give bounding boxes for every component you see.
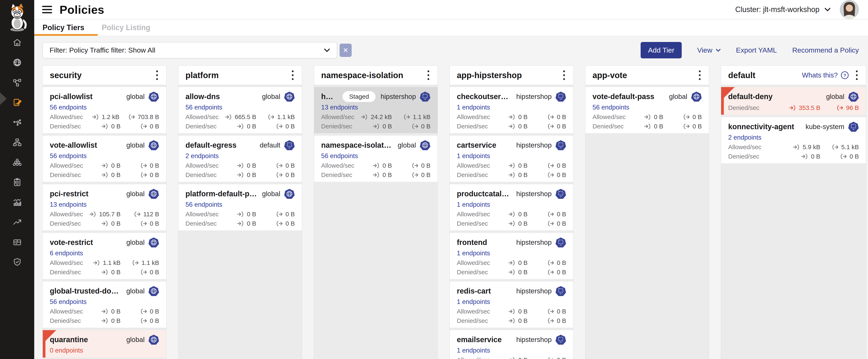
endpoints-link[interactable]: 56 endpoints: [592, 104, 629, 111]
endpoints-link[interactable]: 56 endpoints: [50, 104, 87, 111]
egress-icon: [547, 269, 554, 275]
cluster-selector[interactable]: Cluster: jlt-msft-workshop: [735, 5, 831, 14]
policy-card-hipstershop-gh[interactable]: hipstershop-gh…Stagedhipstershopns13 end…: [314, 87, 437, 133]
ingress-icon: [225, 114, 232, 120]
policy-name: redis-cart: [457, 287, 491, 296]
policy-card-namespace-isolation-default-p[interactable]: namespace-isolation-default-p…global56 e…: [314, 136, 437, 182]
policy-card-vote-default-pass[interactable]: vote-default-passglobal56 endpointsAllow…: [585, 87, 709, 133]
add-tier-button[interactable]: Add Tier: [641, 42, 682, 58]
export-yaml-button[interactable]: Export YAML: [736, 46, 777, 54]
policy-card-checkoutservice[interactable]: checkoutservicehipstershopns1 endpointsA…: [450, 87, 573, 133]
endpoints-link[interactable]: 2 endpoints: [185, 152, 219, 160]
policy-card-default-deny[interactable]: default-denyglobalDenied/sec353.5 B96 B: [721, 87, 866, 115]
namespace-scope-icon: ns: [555, 286, 566, 297]
global-scope-icon: [148, 140, 159, 150]
ingress-icon: [237, 211, 244, 217]
egress-icon: [547, 308, 554, 314]
sidebar-item-alerts[interactable]: [0, 217, 34, 227]
egress-icon: [276, 172, 283, 178]
endpoints-link[interactable]: 2 endpoints: [728, 134, 762, 141]
policy-card-platform-default-pass[interactable]: platform-default-passglobal56 endpointsA…: [178, 184, 302, 230]
tier-menu-button[interactable]: [696, 69, 703, 81]
stat-values: 0 B0 B: [357, 162, 431, 169]
policy-card-productcatalogservice[interactable]: productcatalogservicehipstershopns1 endp…: [450, 184, 573, 230]
endpoints-link[interactable]: 1 endpoints: [457, 250, 490, 257]
sidebar-item-timeline[interactable]: [0, 197, 34, 207]
endpoints-link[interactable]: 1 endpoints: [457, 347, 490, 354]
endpoints-link[interactable]: 56 endpoints: [185, 201, 222, 209]
endpoints-link[interactable]: 1 endpoints: [457, 201, 490, 209]
sidebar-item-nodes[interactable]: [0, 138, 34, 147]
egress-value: 0 B: [557, 123, 566, 130]
policy-card-quarantine[interactable]: quarantineglobal0 endpoints: [43, 330, 166, 358]
tab-policy-tiers[interactable]: Policy Tiers: [42, 23, 84, 32]
tier-menu-button[interactable]: [854, 69, 860, 81]
policy-card-global-trusted-domains[interactable]: global-trusted-domainsglobal56 endpoints…: [43, 281, 166, 328]
endpoints-link[interactable]: 13 endpoints: [50, 201, 87, 209]
stat-values: 665.5 B1.1 kB: [221, 113, 295, 120]
endpoints-link[interactable]: 56 endpoints: [50, 298, 87, 306]
policy-card-redis-cart[interactable]: redis-carthipstershopns1 endpointsAllowe…: [450, 281, 573, 328]
avatar[interactable]: [840, 0, 859, 19]
endpoints-link[interactable]: 56 endpoints: [185, 104, 222, 111]
kebab-menu-icon: [156, 70, 158, 80]
egress-value: 5.1 kB: [841, 143, 859, 150]
policy-card-emailservice[interactable]: emailservicehipstershopns1 endpointsAllo…: [450, 330, 573, 359]
whats-this-link[interactable]: Whats this??: [802, 71, 849, 79]
policy-card-pci-restrict[interactable]: pci-restrictglobal13 endpointsAllowed/se…: [43, 184, 166, 230]
stat-label: Allowed/sec: [457, 211, 490, 218]
sidebar-item-endpoints[interactable]: [0, 158, 34, 167]
sidebar-item-inventory[interactable]: [0, 237, 34, 247]
stat-row: Allowed/sec105.7 B112 B: [50, 211, 159, 218]
ingress-icon: [361, 114, 368, 120]
scope: global: [121, 140, 159, 150]
tier-menu-button[interactable]: [425, 69, 432, 81]
ingress-stat: 0 B: [493, 308, 528, 315]
endpoints-link[interactable]: 0 endpoints: [50, 347, 83, 354]
endpoints-link[interactable]: 1 endpoints: [457, 104, 490, 111]
scope: global: [257, 188, 295, 199]
tier-menu-button[interactable]: [154, 69, 160, 81]
egress-value: 0 B: [557, 317, 566, 324]
svg-text:ns: ns: [560, 341, 562, 343]
policy-card-konnectivity-agent[interactable]: konnectivity-agentkube-systemns2 endpoin…: [721, 117, 866, 163]
endpoints-link[interactable]: 6 endpoints: [50, 250, 83, 257]
endpoints-link[interactable]: 13 endpoints: [321, 104, 358, 111]
egress-stat: 0 B: [129, 308, 159, 315]
tier-menu-button[interactable]: [561, 69, 567, 81]
egress-stat: 0 B: [536, 317, 566, 324]
policy-card-allow-dns[interactable]: allow-dnsglobal56 endpointsAllowed/sec66…: [178, 87, 302, 133]
tab-policy-listing[interactable]: Policy Listing: [102, 23, 150, 32]
sidebar-item-home[interactable]: [0, 38, 34, 47]
policy-card-frontend[interactable]: frontendhipstershopns1 endpointsAllowed/…: [450, 233, 573, 279]
endpoints-link[interactable]: 1 endpoints: [457, 152, 490, 160]
molecule-icon: [12, 118, 22, 127]
ingress-icon: [644, 123, 651, 130]
policy-card-vote-allowlist[interactable]: vote-allowlistglobal56 endpointsAllowed/…: [43, 136, 166, 182]
sidebar-item-dashboard[interactable]: [0, 58, 34, 67]
policy-card-pci-allowlist[interactable]: pci-allowlistglobal56 endpointsAllowed/s…: [43, 87, 166, 133]
endpoints-link[interactable]: 56 endpoints: [50, 152, 87, 160]
policy-traffic-filter-select[interactable]: Filter: Policy Traffic filter: Show All: [42, 42, 337, 58]
ingress-icon: [508, 163, 516, 169]
tier-menu-button[interactable]: [289, 69, 296, 81]
sidebar-item-compliance[interactable]: [0, 177, 34, 187]
sidebar-item-service-graph[interactable]: [0, 78, 34, 87]
policy-card-cartservice[interactable]: cartservicehipstershopns1 endpointsAllow…: [450, 136, 573, 182]
stat-row: Denied/sec0 B0 B: [50, 171, 159, 178]
scope-label: global: [262, 93, 280, 101]
sidebar-item-threat-defense[interactable]: [0, 257, 34, 267]
recommend-policy-button[interactable]: Recommend a Policy: [792, 46, 859, 54]
filter-value: Filter: Policy Traffic filter: Show All: [50, 46, 155, 54]
sidebar-item-flows[interactable]: [0, 118, 34, 127]
stat-label: Allowed/sec: [457, 259, 490, 266]
policy-card-default-egress[interactable]: default-egressdefaultns2 endpointsAllowe…: [178, 136, 302, 182]
view-dropdown-button[interactable]: View: [697, 46, 720, 54]
policy-card-vote-restrict[interactable]: vote-restrictglobal6 endpointsAllowed/se…: [43, 233, 166, 279]
ingress-value: 0 B: [247, 220, 256, 227]
endpoints-link[interactable]: 56 endpoints: [321, 152, 358, 160]
clear-filter-button[interactable]: ✕: [340, 44, 352, 57]
endpoints-link[interactable]: 1 endpoints: [457, 298, 490, 306]
egress-stat: 0 B: [536, 308, 566, 315]
hamburger-menu-icon[interactable]: [42, 6, 52, 13]
